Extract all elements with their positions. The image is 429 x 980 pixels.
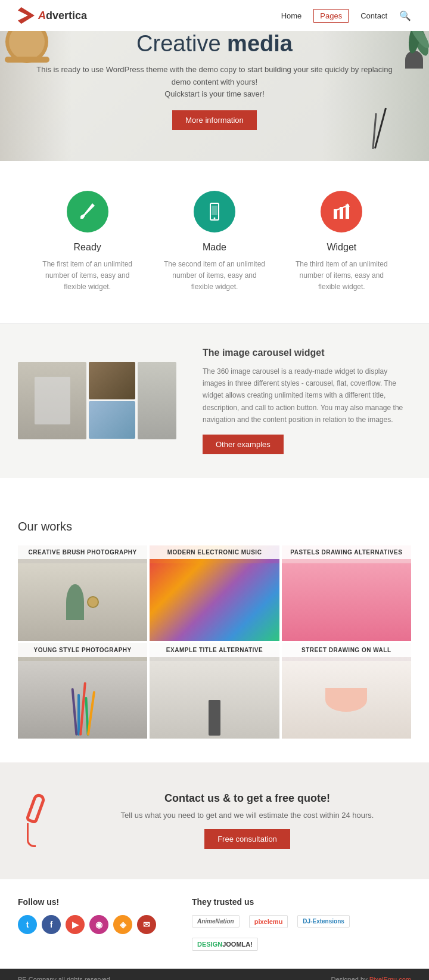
svg-rect-3: [212, 206, 217, 215]
work-item-4[interactable]: Young Style Photography: [18, 643, 147, 739]
hero-title: Creative media: [36, 31, 392, 57]
carousel-section: The image carousel widget The 360 image …: [0, 324, 429, 478]
work-label-5: Example Title Alternative: [150, 643, 279, 657]
main-nav: Home Pages Contact 🔍: [281, 9, 411, 23]
feature-ready-title: Ready: [36, 242, 139, 253]
spacer-1: [0, 478, 429, 496]
hero-content: Creative media This is ready to use Word…: [1, 31, 428, 130]
logo-icon: [18, 7, 35, 24]
footer-copyright: PE Company all rights reserved: [18, 976, 110, 980]
nav-home[interactable]: Home: [281, 11, 302, 20]
footer-designed-by: Designed by PixelEmu.com: [331, 976, 411, 980]
social-facebook[interactable]: f: [42, 915, 61, 934]
mobile-icon: [205, 202, 224, 221]
footer-follow: Follow us! t f ▶ ◉ ◈ ✉: [18, 897, 156, 951]
feature-icon-made: [194, 191, 235, 232]
social-instagram[interactable]: ◉: [89, 915, 108, 934]
feature-made: Made The second item of an unlimited num…: [151, 191, 278, 293]
paint-brush-icon: [78, 202, 97, 221]
footer-trust: They trusted us AnimeNation pixelemu DJ-…: [192, 897, 411, 951]
feature-ready: Ready The first item of an unlimited num…: [24, 191, 151, 293]
svg-rect-4: [334, 209, 337, 219]
svg-point-0: [80, 215, 84, 219]
logo-text: Advertica: [38, 10, 87, 22]
work-label-2: Modern Electronic Music: [150, 545, 279, 559]
work-label-3: Pastels Drawing Alternatives: [282, 545, 411, 559]
carousel-title: The image carousel widget: [203, 348, 411, 358]
feature-made-title: Made: [163, 242, 266, 253]
feature-ready-desc: The first item of an unlimited number of…: [36, 259, 139, 293]
social-twitter[interactable]: t: [18, 915, 37, 934]
feature-icon-widget: [321, 191, 362, 232]
feature-made-desc: The second item of an unlimited number o…: [163, 259, 266, 293]
work-item-1[interactable]: Creative Brush Photography: [18, 545, 147, 641]
features-section: Ready The first item of an unlimited num…: [0, 161, 429, 323]
carousel-content: The image carousel widget The 360 image …: [203, 348, 411, 454]
nav-contact[interactable]: Contact: [360, 11, 387, 20]
carousel-description: The 360 image carousel is a ready-made w…: [203, 365, 411, 426]
works-grid: Creative Brush Photography Modern Electr…: [18, 545, 411, 739]
cta-description: Tell us what you need to get and we will…: [83, 811, 411, 820]
work-label-4: Young Style Photography: [18, 643, 147, 657]
work-label-1: Creative Brush Photography: [18, 545, 147, 559]
search-icon[interactable]: 🔍: [399, 10, 411, 21]
feature-widget-desc: The third item of an unlimited number of…: [290, 259, 393, 293]
footer-bottom: PE Company all rights reserved Designed …: [0, 969, 429, 980]
cta-button[interactable]: Free consultation: [204, 829, 290, 849]
carousel-img-2: [89, 362, 135, 399]
contact-section: Contact us & to get a free quote! Tell u…: [0, 762, 429, 879]
social-youtube[interactable]: ▶: [66, 915, 85, 934]
our-works-section: Our works Creative Brush Photography Mod…: [0, 496, 429, 762]
pixelemu-link[interactable]: PixelEmu.com: [369, 976, 411, 980]
svg-point-2: [213, 218, 215, 219]
site-header: Advertica Home Pages Contact 🔍: [0, 0, 429, 31]
trust-logos: AnimeNation pixelemu DJ-Extensions DESIG…: [192, 915, 411, 951]
footer-trust-title: They trusted us: [192, 897, 411, 907]
work-item-5[interactable]: Example Title Alternative: [150, 643, 279, 739]
chart-icon: [332, 202, 351, 221]
carousel-images: [18, 362, 185, 439]
our-works-title: Our works: [18, 520, 411, 534]
work-label-6: Street Drawing on Wall: [282, 643, 411, 657]
carousel-img-3: [89, 401, 135, 439]
trust-animenation: AnimeNation: [192, 915, 240, 928]
phone-illustration: [18, 793, 66, 847]
cta-content: Contact us & to get a free quote! Tell u…: [83, 792, 411, 849]
trust-dj: DJ-Extensions: [297, 915, 349, 928]
work-item-3[interactable]: Pastels Drawing Alternatives: [282, 545, 411, 641]
feature-widget-title: Widget: [290, 242, 393, 253]
social-icons: t f ▶ ◉ ◈ ✉: [18, 915, 156, 934]
footer-top: Follow us! t f ▶ ◉ ◈ ✉ They trusted us A…: [0, 879, 429, 969]
trust-pixelemu: pixelemu: [249, 915, 288, 928]
carousel-cta-button[interactable]: Other examples: [203, 435, 284, 454]
hero-description: This is ready to use WordPress theme wit…: [36, 64, 392, 101]
cta-title: Contact us & to get a free quote!: [83, 792, 411, 805]
social-email[interactable]: ✉: [137, 915, 156, 934]
feature-widget: Widget The third item of an unlimited nu…: [278, 191, 405, 293]
logo[interactable]: Advertica: [18, 7, 87, 24]
footer-follow-title: Follow us!: [18, 897, 156, 907]
feature-icon-ready: [67, 191, 108, 232]
carousel-img-4: [138, 362, 176, 439]
trust-designjoomla: DESIGNJOOMLA!: [192, 938, 258, 951]
work-item-2[interactable]: Modern Electronic Music: [150, 545, 279, 641]
social-rss[interactable]: ◈: [113, 915, 132, 934]
carousel-img-stack: [89, 362, 135, 439]
work-item-6[interactable]: Street Drawing on Wall: [282, 643, 411, 739]
hero-cta-button[interactable]: More information: [172, 110, 257, 130]
nav-pages[interactable]: Pages: [313, 9, 349, 23]
carousel-img-1: [18, 362, 86, 439]
